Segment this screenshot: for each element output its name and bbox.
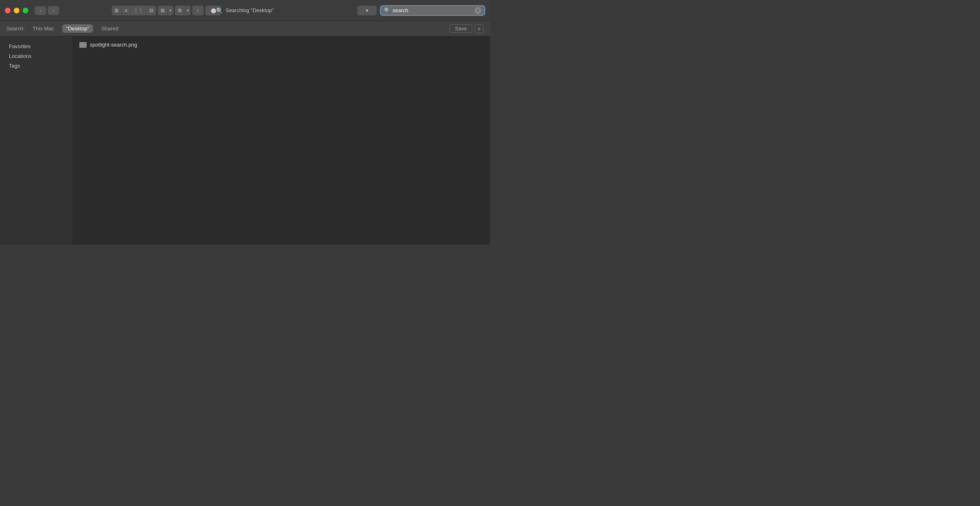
scope-save-area: Save + xyxy=(450,24,484,33)
add-scope-button[interactable]: + xyxy=(475,24,484,33)
file-list: spotlight-search.png xyxy=(73,36,490,244)
search-clear-button[interactable]: ✕ xyxy=(475,7,481,14)
search-icon: 🔍 xyxy=(384,7,390,13)
minimize-button[interactable] xyxy=(14,8,19,13)
desktop-scope-button[interactable]: "Desktop" xyxy=(62,24,93,33)
view-toggle-group: ⊞ ≡ ⋮⋮ ⊟ xyxy=(112,6,156,15)
sidebar: Favorites Locations Tags xyxy=(0,36,73,244)
search-box: 🔍 ✕ xyxy=(380,5,485,16)
close-button[interactable] xyxy=(5,8,11,13)
forward-button[interactable]: › xyxy=(48,6,59,15)
search-container: ▾ 🔍 ✕ xyxy=(357,5,485,16)
gallery-view-button[interactable]: ⊟ xyxy=(146,6,156,15)
view-dropdown-arrow: ▾ xyxy=(366,8,368,13)
icon-view-button[interactable]: ⊞ xyxy=(112,6,122,15)
more-view-arrow[interactable]: ▾ xyxy=(168,6,173,15)
column-view-button[interactable]: ⋮⋮ xyxy=(131,6,146,15)
list-view-button[interactable]: ≡ xyxy=(122,6,131,15)
share-button[interactable]: ↑ xyxy=(192,6,204,15)
title-text: Searching "Desktop" xyxy=(225,7,274,13)
maximize-button[interactable] xyxy=(23,8,28,13)
search-label: Search: xyxy=(6,26,25,32)
this-mac-scope-button[interactable]: This Mac xyxy=(29,24,58,33)
finder-icon: 🔍 xyxy=(216,7,223,14)
sidebar-item-locations[interactable]: Locations xyxy=(2,51,70,61)
back-button[interactable]: ‹ xyxy=(35,6,46,15)
main-layout: Favorites Locations Tags spotlight-searc… xyxy=(0,36,490,244)
nav-buttons: ‹ › xyxy=(35,6,59,15)
sidebar-item-tags[interactable]: Tags xyxy=(2,61,70,70)
sidebar-item-favorites[interactable]: Favorites xyxy=(2,42,70,51)
more-view-button[interactable]: ⊞ xyxy=(158,6,168,15)
window-title: 🔍 Searching "Desktop" xyxy=(216,7,274,14)
search-input[interactable] xyxy=(392,7,475,13)
toolbar-buttons: ⊞ ≡ ⋮⋮ ⊟ ⊞ ▾ ⚙ ▾ ↑ ⬤ xyxy=(112,6,221,15)
save-button[interactable]: Save xyxy=(450,24,472,33)
settings-button[interactable]: ⚙ xyxy=(175,6,185,15)
traffic-lights xyxy=(5,8,28,13)
content-area: spotlight-search.png xyxy=(73,36,490,244)
title-bar: ‹ › ⊞ ≡ ⋮⋮ ⊟ ⊞ ▾ ⚙ ▾ ↑ ⬤ 🔍 Searching "De… xyxy=(0,0,490,21)
list-item[interactable]: spotlight-search.png xyxy=(73,40,490,50)
file-icon xyxy=(79,42,87,48)
scope-bar: Search: This Mac "Desktop" Shared Save + xyxy=(0,21,490,36)
bottom-bar xyxy=(0,244,490,253)
view-dropdown[interactable]: ▾ xyxy=(357,6,377,15)
settings-arrow[interactable]: ▾ xyxy=(185,6,191,15)
file-name: spotlight-search.png xyxy=(90,42,137,48)
shared-scope-button[interactable]: Shared xyxy=(97,24,122,33)
